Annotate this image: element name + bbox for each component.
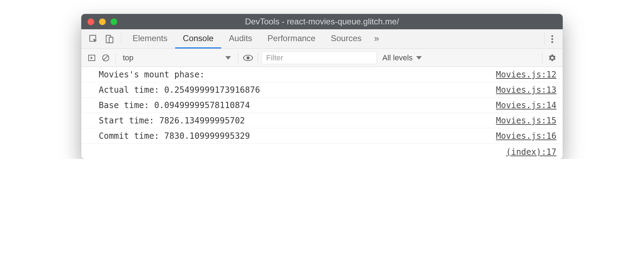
devtools-window: DevTools - react-movies-queue.glitch.me/… [81, 14, 563, 159]
source-link[interactable]: Movies.js:14 [496, 100, 556, 110]
console-row: Actual time: 0.25499999173916876 Movies.… [81, 82, 563, 98]
separator [542, 53, 542, 63]
clear-console-icon[interactable] [99, 52, 112, 64]
console-output: Movies's mount phase: Movies.js:12 Actua… [81, 67, 563, 159]
context-selector-value: top [123, 53, 134, 62]
source-link[interactable]: Movies.js:13 [496, 85, 556, 95]
svg-rect-2 [109, 37, 113, 43]
console-message: Commit time: 7830.109999995329 [99, 131, 250, 141]
tab-audits[interactable]: Audits [221, 29, 260, 48]
svg-point-3 [551, 35, 553, 37]
minimize-window-button[interactable] [99, 18, 106, 25]
titlebar: DevTools - react-movies-queue.glitch.me/ [81, 14, 563, 29]
filter-input[interactable] [262, 52, 377, 64]
console-message: Base time: 0.09499999578110874 [99, 100, 250, 110]
separator [115, 53, 116, 63]
overflow-glyph: » [374, 33, 379, 44]
chevron-down-icon [225, 56, 231, 60]
close-window-button[interactable] [88, 18, 94, 25]
separator [258, 53, 258, 63]
separator [238, 53, 238, 63]
tab-label: Console [183, 33, 214, 43]
console-row: Movies's mount phase: Movies.js:12 [81, 67, 563, 82]
window-title: DevTools - react-movies-queue.glitch.me/ [81, 17, 563, 26]
svg-point-4 [551, 38, 553, 40]
tab-sources[interactable]: Sources [323, 29, 369, 48]
tabs-overflow-button[interactable]: » [369, 29, 384, 48]
svg-point-10 [247, 56, 250, 59]
inspect-element-icon[interactable] [85, 29, 102, 48]
tab-console[interactable]: Console [175, 29, 221, 48]
console-row: Start time: 7826.134999995702 Movies.js:… [81, 113, 563, 128]
console-message: Movies's mount phase: [99, 70, 204, 79]
show-sidebar-icon[interactable] [85, 52, 98, 64]
source-link[interactable]: Movies.js:16 [496, 131, 556, 141]
log-levels-selector[interactable]: All levels [378, 53, 426, 62]
console-message: Start time: 7826.134999995702 [99, 116, 245, 126]
panel-tabs: Elements Console Audits Performance Sour… [125, 29, 384, 48]
window-controls [81, 18, 117, 25]
console-row: Commit time: 7830.109999995329 Movies.js… [81, 128, 563, 144]
tab-label: Performance [268, 33, 315, 43]
context-selector[interactable]: top [119, 52, 234, 64]
zoom-window-button[interactable] [111, 18, 117, 25]
console-toolbar: top All levels [81, 49, 563, 67]
source-link[interactable]: (index):17 [506, 147, 557, 157]
console-row: Base time: 0.09499999578110874 Movies.js… [81, 98, 563, 113]
svg-point-5 [551, 41, 553, 43]
tab-performance[interactable]: Performance [260, 29, 323, 48]
console-message: Actual time: 0.25499999173916876 [99, 85, 260, 95]
chevron-down-icon [416, 56, 422, 60]
source-link[interactable]: Movies.js:12 [496, 70, 556, 79]
panel-tabstrip: Elements Console Audits Performance Sour… [81, 29, 563, 49]
more-options-icon[interactable] [546, 29, 559, 48]
source-link[interactable]: Movies.js:15 [496, 116, 556, 126]
console-settings-icon[interactable] [546, 52, 559, 64]
tab-label: Audits [229, 33, 252, 43]
console-row: (index):17 [81, 144, 563, 159]
live-expression-icon[interactable] [242, 52, 254, 64]
device-toolbar-icon[interactable] [102, 29, 118, 48]
separator [544, 33, 545, 45]
separator [121, 33, 121, 45]
svg-line-8 [103, 55, 108, 60]
tab-label: Elements [133, 33, 167, 43]
tab-label: Sources [331, 33, 361, 43]
tab-elements[interactable]: Elements [125, 29, 175, 48]
log-levels-label: All levels [382, 53, 413, 62]
